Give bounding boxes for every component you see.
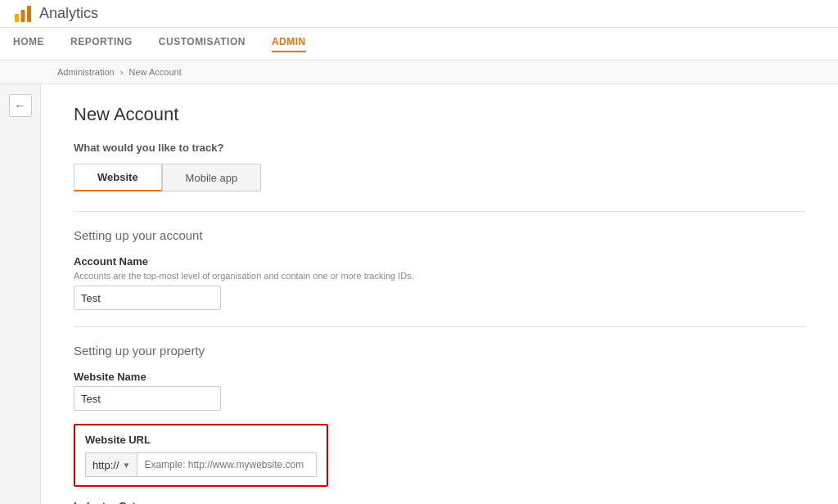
track-type-row: Website Mobile app xyxy=(74,164,805,191)
website-url-label: Website URL xyxy=(85,434,317,446)
page-title: New Account xyxy=(74,104,805,125)
account-name-group: Account Name Accounts are the top-most l… xyxy=(74,255,805,310)
breadcrumb: Administration › New Account xyxy=(0,61,838,84)
breadcrumb-separator: › xyxy=(120,67,124,77)
breadcrumb-parent[interactable]: Administration xyxy=(57,67,115,77)
sidebar: ← xyxy=(0,84,41,504)
svg-rect-2 xyxy=(27,6,31,22)
url-protocol-value: http:// xyxy=(92,459,119,471)
tab-customisation[interactable]: CUSTOMISATION xyxy=(159,36,246,52)
track-mobile-button[interactable]: Mobile app xyxy=(162,164,262,191)
sidebar-back-button[interactable]: ← xyxy=(9,94,32,117)
property-section-title: Setting up your property xyxy=(74,344,805,358)
tab-home[interactable]: HOME xyxy=(13,36,44,52)
website-name-group: Website Name xyxy=(74,371,805,411)
account-name-hint: Accounts are the top-most level of organ… xyxy=(74,271,805,281)
industry-category-group: Industry Category Select One ▼ xyxy=(74,500,805,504)
account-section-title: Setting up your account xyxy=(74,228,805,242)
breadcrumb-current: New Account xyxy=(129,67,182,77)
account-name-input[interactable] xyxy=(74,286,221,310)
website-url-input[interactable] xyxy=(137,452,317,477)
website-name-input[interactable] xyxy=(74,386,221,411)
tab-admin[interactable]: ADMIN xyxy=(272,36,306,52)
website-name-label: Website Name xyxy=(74,371,805,383)
track-section-label: What would you like to track? xyxy=(74,142,805,154)
nav-tabs-bar: HOME REPORTING CUSTOMISATION ADMIN xyxy=(0,28,838,61)
url-protocol-dropdown[interactable]: http:// ▼ xyxy=(85,452,137,477)
divider-1 xyxy=(74,211,805,212)
app-header: Analytics xyxy=(0,0,838,28)
svg-rect-1 xyxy=(21,10,25,22)
account-name-label: Account Name xyxy=(74,255,805,268)
url-input-row: http:// ▼ xyxy=(85,452,317,477)
svg-rect-0 xyxy=(15,14,19,22)
divider-2 xyxy=(74,326,805,327)
analytics-logo-icon xyxy=(13,4,33,24)
website-url-section: Website URL http:// ▼ xyxy=(74,424,328,487)
back-arrow-icon: ← xyxy=(15,99,26,112)
tab-reporting[interactable]: REPORTING xyxy=(70,36,133,52)
app-title: Analytics xyxy=(39,5,98,22)
logo-container: Analytics xyxy=(13,4,98,24)
main-layout: ← New Account What would you like to tra… xyxy=(0,84,838,504)
track-website-button[interactable]: Website xyxy=(74,164,162,191)
industry-category-label: Industry Category xyxy=(74,500,805,504)
chevron-down-icon: ▼ xyxy=(123,461,131,470)
main-content: New Account What would you like to track… xyxy=(41,84,838,504)
